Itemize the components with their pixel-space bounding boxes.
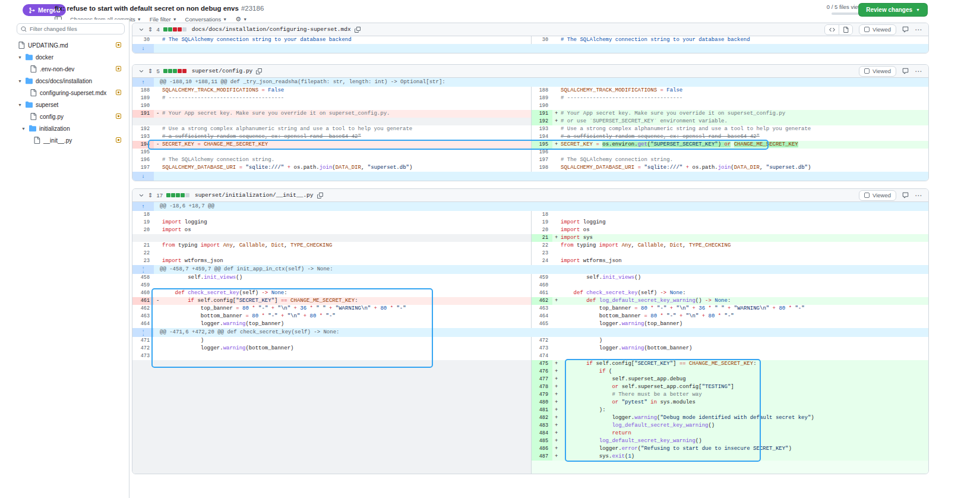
line-number[interactable]: 483 <box>531 422 552 430</box>
expand-hunk-button[interactable]: ↑ <box>132 78 154 87</box>
line-number[interactable]: 461 <box>132 297 154 305</box>
line-number[interactable]: 188 <box>132 87 154 94</box>
expand-hunk-button[interactable]: ↓ <box>132 44 154 53</box>
line-number[interactable]: 18 <box>531 211 552 219</box>
line-number[interactable]: 192 <box>531 118 552 125</box>
viewed-checkbox[interactable]: Viewed <box>859 190 896 201</box>
line-number[interactable]: 23 <box>531 250 552 257</box>
line-number[interactable]: 459 <box>531 274 552 282</box>
file-collapse-chevron-icon[interactable] <box>138 193 144 198</box>
viewed-checkbox[interactable]: Viewed <box>859 24 896 35</box>
line-number[interactable]: 195 <box>132 149 154 156</box>
line-number[interactable]: 193 <box>132 133 154 141</box>
kebab-menu-icon[interactable]: ⋯ <box>915 26 922 34</box>
expand-hunk-button[interactable]: ↑ <box>132 202 154 211</box>
line-number[interactable]: 191 <box>531 110 552 118</box>
line-number[interactable]: 30 <box>132 36 154 44</box>
viewed-checkbox[interactable]: Viewed <box>859 66 896 77</box>
kebab-menu-icon[interactable]: ⋯ <box>915 67 922 75</box>
copy-path-icon[interactable] <box>355 27 361 33</box>
line-number[interactable]: 479 <box>531 391 552 399</box>
conversations-dropdown[interactable]: Conversations▼ <box>185 16 227 23</box>
line-number[interactable]: 486 <box>531 445 552 453</box>
line-number[interactable]: 23 <box>132 257 154 265</box>
line-number[interactable]: 478 <box>531 383 552 391</box>
file-path-link[interactable]: docs/docs/installation/configuring-super… <box>192 26 351 33</box>
tree-folder-superset[interactable]: ▼superset <box>0 99 129 111</box>
comment-icon[interactable] <box>902 192 909 198</box>
line-number[interactable]: 22 <box>531 242 552 250</box>
line-number[interactable]: 197 <box>531 156 552 164</box>
expand-hunk-button[interactable]: ↑↓ <box>132 328 154 337</box>
line-number[interactable]: 472 <box>531 337 552 345</box>
tree-file-config-py[interactable]: config.py <box>0 111 129 122</box>
line-number[interactable]: 459 <box>132 282 154 289</box>
line-number[interactable]: 461 <box>531 289 552 297</box>
tree-folder-docs-docs-installation[interactable]: ▼docs/docs/installation <box>0 75 129 87</box>
line-number[interactable]: 188 <box>531 87 552 94</box>
line-number[interactable]: 481 <box>531 406 552 414</box>
diff-view-toggle[interactable] <box>824 24 853 35</box>
line-number[interactable]: 196 <box>531 149 552 156</box>
tree-folder-initialization[interactable]: ▼initialization <box>0 122 129 134</box>
file-collapse-chevron-icon[interactable] <box>138 68 144 74</box>
comment-icon[interactable] <box>902 26 909 33</box>
line-number[interactable]: 197 <box>132 164 154 172</box>
checkbox-icon[interactable] <box>864 193 870 198</box>
line-number[interactable]: 480 <box>531 399 552 406</box>
line-number[interactable]: 484 <box>531 430 552 437</box>
line-number[interactable]: 464 <box>531 313 552 320</box>
line-number[interactable]: 22 <box>132 250 154 257</box>
copy-path-icon[interactable] <box>256 68 262 74</box>
file-filter-dropdown[interactable]: File filter▼ <box>150 16 177 23</box>
line-number[interactable]: 190 <box>132 102 154 110</box>
file-path-link[interactable]: superset/initialization/__init__.py <box>195 192 314 198</box>
line-number[interactable]: 472 <box>132 345 154 352</box>
tree-file--init-py[interactable]: __init__.py <box>0 134 129 146</box>
line-number[interactable]: 460 <box>132 289 154 297</box>
line-number[interactable]: 190 <box>531 102 552 110</box>
line-number[interactable]: 471 <box>132 337 154 345</box>
checkbox-icon[interactable] <box>864 27 870 32</box>
checkbox-icon[interactable] <box>864 68 870 74</box>
line-number[interactable]: 21 <box>132 242 154 250</box>
line-number[interactable]: 473 <box>132 352 154 360</box>
tree-file-updating-md[interactable]: UPDATING.md <box>0 39 129 51</box>
chevron-down-icon[interactable]: ▼ <box>18 103 24 107</box>
source-view-icon[interactable] <box>825 25 839 34</box>
line-number[interactable]: 191 <box>132 110 154 118</box>
filter-changed-files-input[interactable] <box>30 26 121 32</box>
line-number[interactable]: 462 <box>531 297 552 305</box>
line-number[interactable]: 20 <box>132 226 154 234</box>
line-number[interactable]: 19 <box>132 219 154 226</box>
line-number[interactable]: 462 <box>132 305 154 313</box>
chevron-down-icon[interactable]: ▼ <box>18 79 24 83</box>
line-number[interactable]: 19 <box>531 219 552 226</box>
line-number[interactable]: 20 <box>531 226 552 234</box>
rich-view-icon[interactable] <box>839 25 852 34</box>
line-number[interactable]: 196 <box>132 156 154 164</box>
line-number[interactable]: 473 <box>531 345 552 352</box>
line-number[interactable]: 485 <box>531 437 552 445</box>
copy-path-icon[interactable] <box>317 193 323 198</box>
line-number[interactable]: 195 <box>531 141 552 149</box>
line-number[interactable]: 30 <box>531 36 552 44</box>
line-number[interactable]: 475 <box>531 360 552 368</box>
line-number[interactable]: 476 <box>531 368 552 376</box>
file-collapse-chevron-icon[interactable] <box>138 27 144 33</box>
drag-handle-icon[interactable]: ⇕ <box>148 27 153 33</box>
drag-handle-icon[interactable]: ⇕ <box>148 68 153 74</box>
line-number[interactable]: 477 <box>531 376 552 383</box>
expand-hunk-button[interactable]: ↓ <box>132 172 154 181</box>
line-number[interactable]: 192 <box>132 125 154 133</box>
line-number[interactable]: 198 <box>531 164 552 172</box>
line-number[interactable]: 460 <box>531 282 552 289</box>
comment-icon[interactable] <box>902 68 909 74</box>
file-path-link[interactable]: superset/config.py <box>192 68 253 74</box>
line-number[interactable]: 189 <box>531 94 552 102</box>
line-number[interactable]: 463 <box>132 313 154 320</box>
line-number[interactable]: 458 <box>132 274 154 282</box>
line-number[interactable]: 24 <box>531 257 552 265</box>
line-number[interactable]: 463 <box>531 305 552 313</box>
tree-file-configuring-superset-mdx[interactable]: configuring-superset.mdx <box>0 87 129 99</box>
